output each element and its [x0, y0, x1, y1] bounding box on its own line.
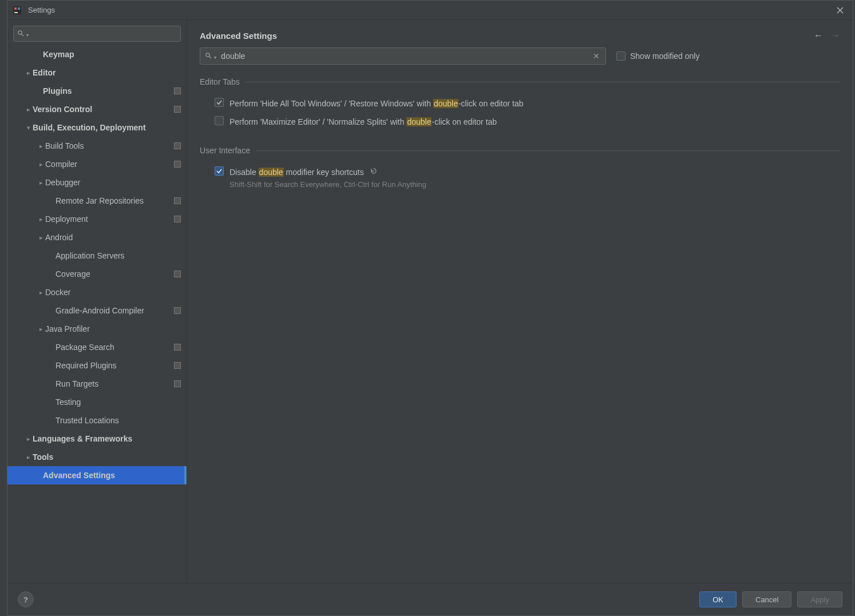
svg-rect-1 [14, 7, 17, 10]
tree-item[interactable]: ▸Compiler [7, 155, 187, 173]
project-scope-icon [174, 197, 181, 204]
chevron-icon: ▸ [25, 435, 33, 443]
tree-item[interactable]: Trusted Locations [7, 411, 187, 430]
svg-point-4 [18, 30, 22, 34]
tree-item[interactable]: Keymap [7, 45, 187, 63]
chevron-icon: ▸ [25, 454, 33, 461]
tree-item[interactable]: Run Targets [7, 375, 187, 393]
tree-item-label: Keymap [43, 50, 74, 59]
show-modified-only[interactable]: Show modified only [616, 51, 699, 61]
tree-item[interactable]: ▸Editor [7, 63, 187, 82]
tree-item[interactable]: Required Plugins [7, 356, 187, 375]
tree-item-label: Java Profiler [45, 324, 90, 333]
tree-item[interactable]: ▸Java Profiler [7, 320, 187, 338]
tree-item-label: Package Search [56, 343, 114, 352]
tree-item[interactable]: ▸Debugger [7, 173, 187, 192]
tree-item-label: Advanced Settings [43, 471, 115, 480]
tree-item[interactable]: ▸Android [7, 228, 187, 247]
tree-item[interactable]: ▸Deployment [7, 210, 187, 228]
tree-item[interactable]: Testing [7, 393, 187, 411]
svg-line-7 [209, 56, 212, 58]
tree-item[interactable]: Application Servers [7, 247, 187, 265]
nav-back-icon[interactable]: ← [814, 30, 823, 41]
close-button[interactable] [832, 2, 848, 18]
tree-item-label: Debugger [45, 178, 81, 187]
tree-item[interactable]: ▸Languages & Frameworks [7, 430, 187, 448]
filter-input[interactable] [221, 51, 592, 61]
tree-item-label: Languages & Frameworks [33, 434, 132, 443]
tree-item-label: Deployment [45, 214, 88, 224]
tree-item-label: Build, Execution, Deployment [33, 123, 146, 132]
checkbox[interactable] [215, 116, 224, 125]
tree-item[interactable]: ▾Build, Execution, Deployment [7, 118, 187, 137]
tree-item[interactable]: Advanced Settings [7, 466, 187, 484]
option-hide-tool-windows[interactable]: Perform 'Hide All Tool Windows' / 'Resto… [200, 94, 840, 113]
filter-box[interactable]: ▾ ✕ [200, 47, 606, 65]
clear-filter-icon[interactable]: ✕ [592, 51, 601, 61]
show-modified-label: Show modified only [630, 51, 699, 61]
chevron-icon: ▾ [25, 124, 33, 132]
chevron-icon: ▸ [25, 106, 33, 113]
chevron-icon: ▸ [37, 179, 45, 186]
project-scope-icon [174, 307, 181, 314]
project-scope-icon [174, 88, 181, 94]
show-modified-checkbox[interactable] [616, 51, 626, 61]
option-maximize-editor[interactable]: Perform 'Maximize Editor' / 'Normalize S… [200, 113, 840, 131]
option-disable-double-modifier[interactable]: Disable double modifier key shortcuts Sh… [200, 163, 840, 192]
tree-item[interactable]: Coverage [7, 265, 187, 283]
chevron-icon: ▸ [25, 69, 33, 77]
nav-forward-icon: → [831, 30, 840, 41]
dialog-footer: ? OK Cancel Apply [7, 583, 853, 615]
tree-item-label: Gradle-Android Compiler [56, 306, 144, 315]
revert-icon[interactable] [370, 168, 378, 177]
chevron-icon: ▸ [37, 216, 45, 223]
sidebar-search-input[interactable] [31, 30, 177, 38]
svg-line-5 [22, 34, 24, 36]
checkbox[interactable] [215, 166, 224, 176]
project-scope-icon [174, 106, 181, 113]
window-title: Settings [28, 6, 55, 14]
cancel-button[interactable]: Cancel [742, 591, 791, 607]
tree-item-label: Tools [33, 452, 53, 462]
project-scope-icon [174, 161, 181, 168]
chevron-icon: ▸ [37, 234, 45, 241]
search-icon: ▾ [17, 30, 29, 38]
sidebar-search[interactable]: ▾ [13, 26, 181, 42]
tree-item-label: Required Plugins [56, 361, 117, 370]
tree-item-label: Testing [56, 398, 81, 407]
tree-item[interactable]: Package Search [7, 338, 187, 356]
search-icon: ▾ [205, 52, 216, 61]
apply-button[interactable]: Apply [797, 591, 842, 607]
svg-rect-3 [14, 12, 18, 13]
tree-item-label: Build Tools [45, 141, 84, 150]
tree-item-label: Coverage [56, 269, 90, 279]
tree-item[interactable]: Remote Jar Repositories [7, 192, 187, 210]
section-editor-tabs: Editor Tabs Perform 'Hide All Tool Windo… [200, 77, 840, 131]
tree-item[interactable]: ▸Docker [7, 283, 187, 301]
sidebar: ▾ Keymap▸EditorPlugins▸Version Control▾B… [7, 20, 187, 583]
tree-item[interactable]: Gradle-Android Compiler [7, 301, 187, 320]
tree-item[interactable]: ▸Tools [7, 448, 187, 466]
tree-item[interactable]: ▸Build Tools [7, 137, 187, 155]
tree-item-label: Remote Jar Repositories [56, 196, 144, 205]
svg-point-6 [206, 53, 209, 56]
tree-item[interactable]: Plugins [7, 82, 187, 100]
project-scope-icon [174, 344, 181, 351]
ok-button[interactable]: OK [699, 591, 737, 607]
project-scope-icon [174, 380, 181, 387]
svg-rect-2 [18, 7, 20, 10]
tree-item-label: Trusted Locations [56, 416, 119, 425]
page-title: Advanced Settings [200, 31, 277, 41]
app-icon [12, 5, 22, 15]
section-user-interface: User Interface Disable double modifier k… [200, 146, 840, 192]
main-panel: Advanced Settings ← → ▾ ✕ [187, 20, 853, 583]
tree-item-label: Editor [33, 68, 56, 77]
settings-tree[interactable]: Keymap▸EditorPlugins▸Version Control▾Bui… [7, 45, 187, 583]
tree-item[interactable]: ▸Version Control [7, 100, 187, 118]
settings-dialog: Settings ▾ Keymap▸EditorPlugins▸Version … [7, 0, 853, 616]
checkbox[interactable] [215, 98, 224, 107]
option-hint: Shift-Shift for Search Everywhere, Ctrl-… [229, 180, 426, 189]
tree-item-label: Version Control [33, 105, 92, 114]
section-title: Editor Tabs [200, 77, 240, 86]
help-button[interactable]: ? [18, 591, 34, 607]
